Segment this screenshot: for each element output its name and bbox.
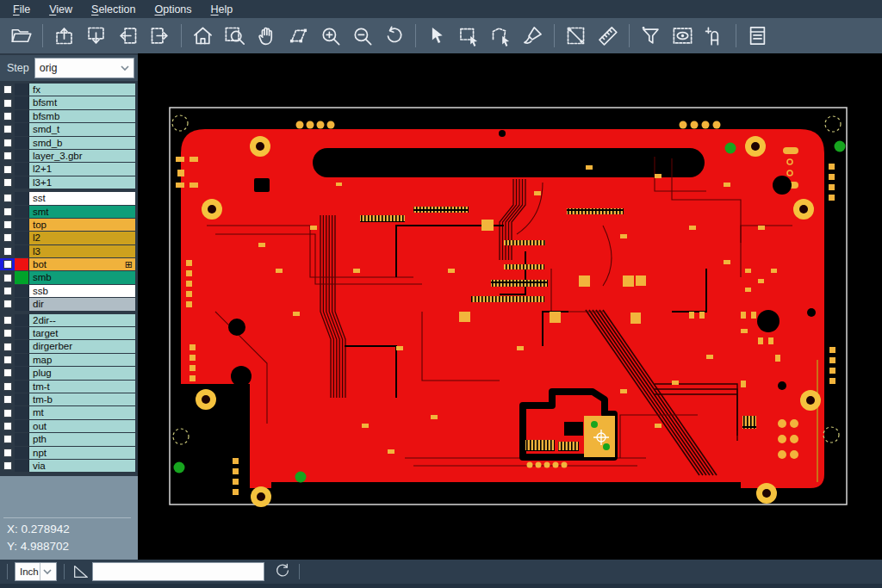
layer-color-swatch[interactable]: [15, 232, 29, 244]
layer-name[interactable]: 2dir--: [29, 314, 135, 326]
layer-visibility-checkbox[interactable]: [3, 356, 12, 364]
layer-visibility-checkbox[interactable]: [3, 139, 12, 147]
menu-selection[interactable]: Selection: [82, 2, 145, 17]
layer-name[interactable]: via: [29, 460, 135, 472]
layer-color-swatch[interactable]: [15, 433, 29, 445]
layer-name[interactable]: tm-t: [29, 381, 135, 393]
layer-color-swatch[interactable]: [15, 367, 29, 379]
measure-line-button[interactable]: [561, 22, 591, 51]
layer-visibility-checkbox[interactable]: [3, 409, 12, 418]
layer-color-swatch[interactable]: [15, 354, 29, 366]
layer-name[interactable]: fx: [29, 84, 135, 96]
layer-visibility-checkbox[interactable]: [3, 287, 12, 295]
home-view-button[interactable]: [188, 22, 218, 51]
layer-visibility-checkbox[interactable]: [3, 99, 12, 108]
layer-color-swatch[interactable]: [15, 192, 29, 204]
layer-color-swatch[interactable]: [15, 271, 29, 283]
layer-name[interactable]: smb: [29, 271, 135, 283]
layer-color-swatch[interactable]: [15, 219, 29, 231]
layer-name[interactable]: l2: [29, 232, 135, 244]
layer-visibility-checkbox[interactable]: [3, 85, 12, 94]
layer-visibility-checkbox[interactable]: [3, 300, 12, 308]
shift-up-button[interactable]: [49, 22, 79, 51]
refresh-button[interactable]: [273, 561, 292, 583]
layer-visibility-checkbox[interactable]: [3, 329, 12, 337]
layer-visibility-checkbox[interactable]: [3, 449, 12, 457]
layer-color-swatch[interactable]: [15, 381, 29, 393]
layer-visibility-checkbox[interactable]: [3, 194, 12, 202]
layer-color-swatch[interactable]: [15, 340, 29, 352]
layer-name[interactable]: smd_t: [29, 123, 135, 135]
layer-name[interactable]: bfsmb: [29, 110, 135, 122]
filter-button[interactable]: [636, 22, 666, 51]
layer-row-dirgerber[interactable]: dirgerber: [0, 340, 138, 352]
layer-color-swatch[interactable]: [15, 298, 29, 310]
ruler-button[interactable]: [593, 22, 623, 51]
layer-visibility-checkbox[interactable]: [3, 435, 12, 443]
select-cursor-button[interactable]: [422, 22, 452, 51]
layer-visibility-checkbox[interactable]: [3, 316, 12, 325]
layer-color-swatch[interactable]: [15, 460, 29, 472]
layer-row-sst[interactable]: sst: [0, 192, 138, 204]
pan-hand-button[interactable]: [252, 22, 282, 51]
units-select[interactable]: Inch: [15, 562, 57, 581]
layer-row-l3[interactable]: l3: [0, 245, 138, 257]
layer-visibility-checkbox[interactable]: [3, 125, 12, 133]
layer-color-swatch[interactable]: [15, 420, 29, 432]
layer-name[interactable]: dirgerber: [29, 340, 135, 352]
layer-row-bfsmt[interactable]: bfsmt: [0, 96, 138, 108]
layer-row-tm-b[interactable]: tm-b: [0, 393, 138, 405]
layer-row-dir[interactable]: dir: [0, 298, 138, 310]
layer-color-swatch[interactable]: [15, 447, 29, 459]
layer-color-swatch[interactable]: [15, 327, 29, 339]
layer-visibility-checkbox[interactable]: [3, 247, 12, 256]
zoom-in-button[interactable]: [315, 22, 345, 51]
step-select[interactable]: orig: [34, 58, 134, 78]
layer-color-swatch[interactable]: [15, 96, 29, 108]
layer-row-smb[interactable]: smb: [0, 271, 138, 283]
layer-name[interactable]: npt: [29, 447, 135, 459]
layer-color-swatch[interactable]: [15, 150, 29, 162]
layer-name[interactable]: out: [29, 420, 135, 432]
angle-icon[interactable]: [71, 562, 90, 581]
layer-visibility-checkbox[interactable]: [3, 274, 12, 282]
pcb-canvas[interactable]: [138, 53, 882, 560]
layer-name[interactable]: plug: [29, 367, 135, 379]
layer-name[interactable]: dir: [29, 298, 135, 310]
layer-name[interactable]: smd_b: [29, 137, 135, 149]
zoom-previous-button[interactable]: [379, 22, 409, 51]
layer-row-2dir--[interactable]: 2dir--: [0, 314, 138, 326]
layer-row-target[interactable]: target: [0, 327, 138, 339]
zoom-window-button[interactable]: [220, 22, 250, 51]
layer-color-swatch[interactable]: [15, 110, 29, 122]
layer-name[interactable]: top: [29, 219, 135, 231]
layer-name[interactable]: smt: [29, 206, 135, 218]
layer-visibility-checkbox[interactable]: [3, 233, 12, 242]
layer-color-swatch[interactable]: [15, 393, 29, 405]
layer-name[interactable]: pth: [29, 433, 135, 445]
menu-options[interactable]: Options: [145, 2, 201, 17]
layer-visibility-checkbox[interactable]: [3, 461, 12, 470]
shift-down-button[interactable]: [81, 22, 111, 51]
layer-visibility-checkbox[interactable]: [3, 382, 12, 391]
layer-row-top[interactable]: top: [0, 219, 138, 231]
layer-row-ssb[interactable]: ssb: [0, 285, 138, 297]
layer-visibility-checkbox[interactable]: [3, 207, 12, 216]
clear-brush-button[interactable]: [518, 22, 548, 51]
layer-row-npt[interactable]: npt: [0, 447, 138, 459]
layer-color-swatch[interactable]: [15, 163, 29, 175]
report-button[interactable]: [742, 22, 773, 51]
view-options-button[interactable]: [668, 22, 698, 51]
layer-color-swatch[interactable]: [15, 137, 29, 149]
select-rect-button[interactable]: [454, 22, 484, 51]
layer-visibility-checkbox[interactable]: [3, 165, 12, 174]
layer-color-swatch[interactable]: [15, 406, 29, 418]
layer-color-swatch[interactable]: [15, 314, 29, 326]
layer-name[interactable]: map: [29, 354, 135, 366]
layer-row-l3+1[interactable]: l3+1: [0, 176, 138, 189]
layer-row-l2+1[interactable]: l2+1: [0, 163, 138, 175]
layer-color-swatch[interactable]: [15, 285, 29, 297]
zoom-shape-button[interactable]: [283, 22, 314, 51]
menu-help[interactable]: Help: [202, 2, 243, 17]
zoom-out-button[interactable]: [347, 22, 377, 51]
